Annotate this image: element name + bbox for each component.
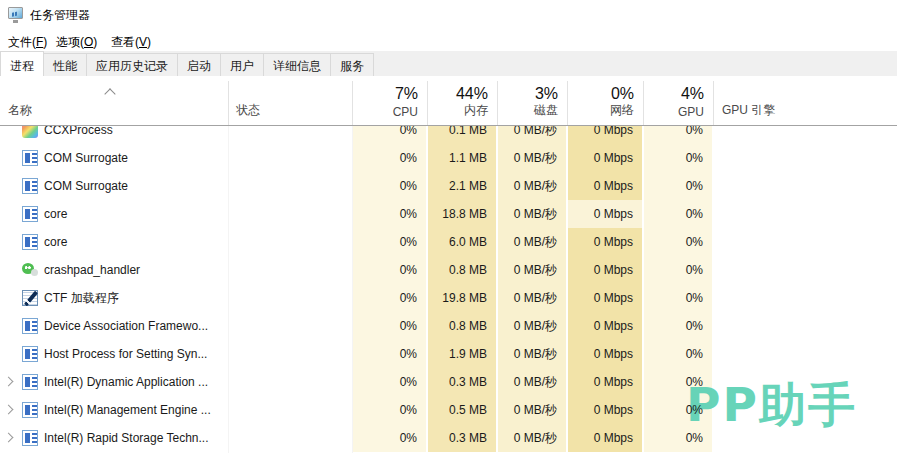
gpu-engine-cell — [714, 284, 897, 312]
gpu-engine-cell — [714, 256, 897, 284]
gpu-cell: 0% — [644, 396, 712, 424]
app-window-icon — [22, 402, 38, 418]
process-row[interactable]: COM Surrogate 0% 2.1 MB 0 MB/秒 0 Mbps 0% — [0, 172, 897, 200]
cpu-cell: 0% — [353, 144, 426, 172]
app-window-icon — [22, 234, 38, 250]
process-name: Intel(R) Dynamic Application ... — [44, 368, 208, 396]
tab-bar: 进程 性能 应用历史记录 启动 用户 详细信息 服务 — [0, 51, 897, 76]
memory-cell: 0.3 MB — [428, 368, 496, 396]
process-name: CTF 加载程序 — [44, 284, 119, 312]
process-name: core — [44, 200, 67, 228]
task-manager-window: 任务管理器 文件(F) 选项(O) 查看(V) 进程 性能 应用历史记录 启动 … — [0, 0, 897, 453]
column-header-memory[interactable]: 44% 内存 — [427, 76, 497, 125]
tab-app-history[interactable]: 应用历史记录 — [87, 53, 178, 76]
process-row[interactable]: Device Association Framewo... 0% 0.8 MB … — [0, 312, 897, 340]
cpu-total-percent: 7% — [395, 85, 418, 103]
network-cell: 0 Mbps — [568, 126, 642, 144]
process-status — [228, 284, 352, 312]
column-header-network[interactable]: 0% 网络 — [567, 76, 643, 125]
title-bar[interactable]: 任务管理器 — [0, 0, 897, 28]
process-status — [228, 200, 352, 228]
process-row[interactable]: Intel(R) Rapid Storage Techn... 0% 0.3 M… — [0, 424, 897, 452]
process-row[interactable]: CTF 加载程序 0% 19.8 MB 0 MB/秒 0 Mbps 0% — [0, 284, 897, 312]
memory-cell: 0.8 MB — [428, 256, 496, 284]
column-header-status[interactable]: 状态 — [236, 102, 260, 119]
sort-ascending-icon — [104, 88, 115, 99]
network-cell: 0 Mbps — [568, 144, 642, 172]
disk-cell: 0 MB/秒 — [498, 228, 566, 256]
network-cell: 0 Mbps — [568, 172, 642, 200]
process-row[interactable]: crashpad_handler 0% 0.8 MB 0 MB/秒 0 Mbps… — [0, 256, 897, 284]
column-header: 名称 状态 7% CPU 44% 内存 3% 磁盘 0% 网络 4% GPU G… — [0, 76, 897, 126]
memory-cell: 1.9 MB — [428, 340, 496, 368]
memory-cell: 0.5 MB — [428, 396, 496, 424]
column-header-gpu[interactable]: 4% GPU — [643, 76, 713, 125]
process-row[interactable]: CCXProcess 0% 0.1 MB 0 MB/秒 0 Mbps 0% — [0, 126, 897, 144]
gpu-engine-cell — [714, 368, 897, 396]
process-row[interactable]: COM Surrogate 0% 1.1 MB 0 MB/秒 0 Mbps 0% — [0, 144, 897, 172]
tab-startup[interactable]: 启动 — [178, 53, 221, 76]
column-header-gpu-engine[interactable]: GPU 引擎 — [722, 102, 775, 119]
gpu-cell: 0% — [644, 126, 712, 144]
process-status — [228, 126, 352, 144]
gpu-cell: 0% — [644, 256, 712, 284]
menu-file[interactable]: 文件(F) — [4, 32, 51, 53]
column-separator[interactable] — [228, 81, 229, 125]
column-separator[interactable] — [713, 81, 714, 125]
disk-cell: 0 MB/秒 — [498, 284, 566, 312]
gpu-engine-cell — [714, 144, 897, 172]
column-header-cpu[interactable]: 7% CPU — [352, 76, 427, 125]
process-status — [228, 256, 352, 284]
gpu-total-percent: 4% — [681, 85, 704, 103]
process-name: CCXProcess — [44, 126, 113, 144]
process-row[interactable]: Intel(R) Dynamic Application ... 0% 0.3 … — [0, 368, 897, 396]
process-name: COM Surrogate — [44, 172, 128, 200]
process-status — [228, 396, 352, 424]
app-window-icon — [22, 178, 38, 194]
cpu-cell: 0% — [353, 228, 426, 256]
disk-cell: 0 MB/秒 — [498, 126, 566, 144]
column-header-disk[interactable]: 3% 磁盘 — [497, 76, 567, 125]
process-row[interactable]: Host Process for Setting Syn... 0% 1.9 M… — [0, 340, 897, 368]
window-title: 任务管理器 — [30, 7, 90, 24]
cpu-cell: 0% — [353, 424, 426, 452]
app-window-icon — [22, 318, 38, 334]
disk-cell: 0 MB/秒 — [498, 172, 566, 200]
cpu-cell: 0% — [353, 126, 426, 144]
gpu-engine-cell — [714, 424, 897, 452]
network-cell: 0 Mbps — [568, 312, 642, 340]
tab-details[interactable]: 详细信息 — [264, 53, 331, 76]
process-list: CCXProcess 0% 0.1 MB 0 MB/秒 0 Mbps 0% CO… — [0, 126, 897, 453]
chevron-right-icon[interactable] — [4, 405, 14, 415]
memory-cell: 1.1 MB — [428, 144, 496, 172]
menu-view[interactable]: 查看(V) — [107, 32, 155, 53]
tab-processes[interactable]: 进程 — [0, 51, 44, 76]
gpu-cell: 0% — [644, 172, 712, 200]
memory-cell: 6.0 MB — [428, 228, 496, 256]
tab-performance[interactable]: 性能 — [44, 53, 87, 76]
tab-users[interactable]: 用户 — [221, 53, 264, 76]
memory-cell: 0.3 MB — [428, 424, 496, 452]
memory-cell: 19.8 MB — [428, 284, 496, 312]
process-row[interactable]: core 0% 6.0 MB 0 MB/秒 0 Mbps 0% — [0, 228, 897, 256]
disk-cell: 0 MB/秒 — [498, 424, 566, 452]
gpu-engine-cell — [714, 312, 897, 340]
disk-cell: 0 MB/秒 — [498, 256, 566, 284]
menu-options[interactable]: 选项(O) — [52, 32, 101, 53]
column-header-name[interactable]: 名称 — [8, 102, 32, 119]
cpu-cell: 0% — [353, 172, 426, 200]
cpu-cell: 0% — [353, 284, 426, 312]
chevron-right-icon[interactable] — [4, 433, 14, 443]
process-row[interactable]: Intel(R) Management Engine ... 0% 0.5 MB… — [0, 396, 897, 424]
cpu-cell: 0% — [353, 368, 426, 396]
network-cell: 0 Mbps — [568, 368, 642, 396]
process-row[interactable]: core 0% 18.8 MB 0 MB/秒 0 Mbps 0% — [0, 200, 897, 228]
process-name: Intel(R) Rapid Storage Techn... — [44, 424, 209, 452]
gpu-engine-cell — [714, 172, 897, 200]
gpu-engine-cell — [714, 340, 897, 368]
process-status — [228, 228, 352, 256]
app-window-icon — [22, 430, 38, 446]
gpu-cell: 0% — [644, 424, 712, 452]
chevron-right-icon[interactable] — [4, 377, 14, 387]
tab-services[interactable]: 服务 — [331, 53, 374, 76]
